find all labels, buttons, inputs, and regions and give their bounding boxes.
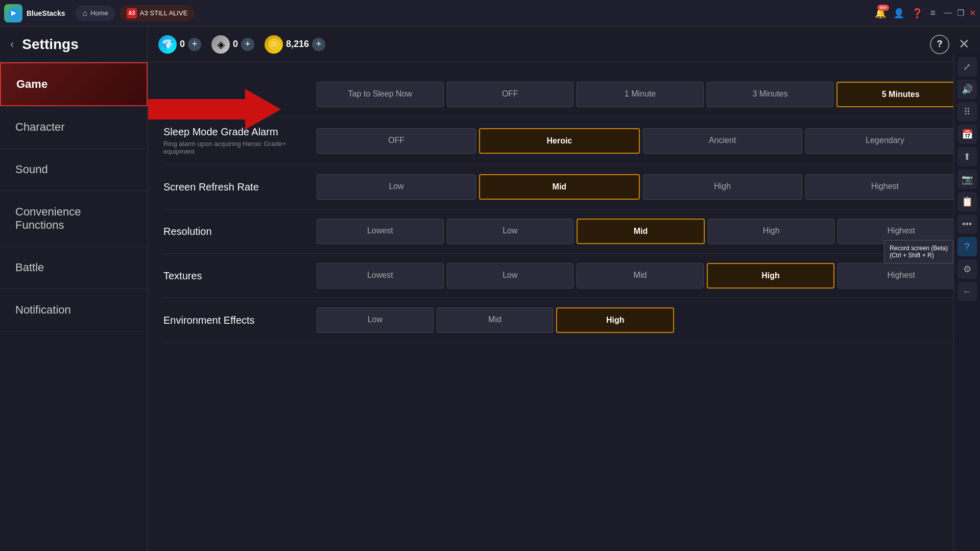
fullscreen-btn[interactable]: ⤢	[958, 57, 977, 77]
right-sidebar: ⤢ 🔊 ⠿ 📅 ⬆ 📷 📋 ••• ? ⚙ ←	[953, 53, 980, 551]
home-icon: ⌂	[82, 9, 87, 18]
textures-row: Textures Lowest Low Mid High Highest	[163, 254, 965, 298]
resolution-options: Lowest Low Mid High Highest	[317, 219, 965, 244]
record-btn[interactable]: 📋	[958, 192, 977, 211]
bluestacks-topbar: BlueStacks ⌂ Home A3 A3 STILL ALIVE 🔔 99…	[0, 0, 980, 27]
volume-btn[interactable]: 🔊	[958, 80, 977, 99]
res-lowest-btn[interactable]: Lowest	[317, 219, 444, 244]
content-area: 💎 0 + ◈ 0 + 🪙 8,216 + ? ✕	[148, 27, 980, 551]
silver-value: 0	[233, 39, 238, 50]
env-high-btn[interactable]: High	[556, 307, 674, 333]
help-btn-top[interactable]: ❓	[912, 8, 923, 19]
refresh-mid-btn[interactable]: Mid	[479, 174, 639, 200]
tex-mid-btn[interactable]: Mid	[577, 263, 704, 289]
bluestacks-logo	[4, 4, 22, 22]
tex-high-btn[interactable]: High	[707, 263, 835, 289]
sleep-mode-sublabel: Ring alarm upon acquiring Heroic Grade+e…	[163, 140, 306, 155]
settings-content: Tap to Sleep Now OFF 1 Minute 3 Minutes …	[148, 62, 980, 551]
tex-lowest-btn[interactable]: Lowest	[317, 263, 444, 289]
sleep-now-btn[interactable]: Tap to Sleep Now	[317, 82, 444, 107]
help-side-btn[interactable]: ?	[958, 237, 977, 256]
sidebar-item-battle[interactable]: Battle	[0, 247, 148, 289]
sleep-mode-off-btn[interactable]: OFF	[317, 128, 476, 154]
refresh-low-btn[interactable]: Low	[317, 174, 476, 200]
gem-currency: 💎 0 +	[158, 35, 201, 54]
silver-currency: ◈ 0 +	[211, 35, 254, 54]
resolution-label: Resolution	[163, 226, 306, 237]
gold-icon: 🪙	[265, 35, 283, 54]
sidebar-item-convenience[interactable]: Convenience Functions	[0, 191, 148, 247]
sleep-mode-ancient-btn[interactable]: Ancient	[643, 128, 802, 154]
help-button[interactable]: ?	[930, 35, 949, 54]
add-gem-btn[interactable]: +	[188, 38, 201, 51]
notification-btn[interactable]: 🔔 99+	[875, 8, 886, 19]
settings-side-btn[interactable]: ⚙	[958, 259, 977, 279]
window-controls: — ❐ ✕	[944, 8, 976, 18]
screenshot-btn[interactable]: 📷	[958, 170, 977, 189]
content-topbar: 💎 0 + ◈ 0 + 🪙 8,216 + ? ✕	[148, 27, 980, 62]
close-btn[interactable]: ✕	[969, 8, 976, 18]
textures-options: Lowest Low Mid High Highest	[317, 263, 965, 289]
silver-icon: ◈	[211, 35, 230, 54]
gem-icon: 💎	[158, 35, 177, 54]
gem-value: 0	[180, 39, 185, 50]
gold-value: 8,216	[286, 39, 309, 50]
macro-btn[interactable]: 📅	[958, 125, 977, 144]
refresh-highest-btn[interactable]: Highest	[805, 174, 965, 200]
tab-game[interactable]: A3 A3 STILL ALIVE	[119, 5, 195, 21]
tex-highest-btn[interactable]: Highest	[838, 263, 965, 289]
topbar-icons: 🔔 99+ 👤 ❓ ≡	[875, 8, 936, 19]
sleep-1min-btn[interactable]: 1 Minute	[577, 82, 704, 107]
settings-header: ‹ Settings	[0, 27, 148, 62]
minimize-btn[interactable]: —	[944, 8, 952, 18]
refresh-high-btn[interactable]: High	[643, 174, 802, 200]
account-btn[interactable]: 👤	[893, 8, 904, 19]
close-button[interactable]: ✕	[959, 36, 970, 52]
settings-title: Settings	[22, 36, 78, 53]
tex-low-btn[interactable]: Low	[447, 263, 574, 289]
sleep-mode-label: Sleep Mode Grade Alarm	[163, 126, 306, 138]
sleep-mode-legendary-btn[interactable]: Legendary	[805, 128, 965, 154]
menu-btn[interactable]: ≡	[930, 8, 936, 18]
env-low-btn[interactable]: Low	[317, 307, 434, 333]
environment-label: Environment Effects	[163, 315, 306, 326]
back-side-btn[interactable]: ←	[958, 282, 977, 301]
res-highest-btn[interactable]: Highest	[838, 219, 965, 244]
notification-badge: 99+	[877, 5, 889, 11]
sidebar-item-game[interactable]: Game	[0, 62, 148, 106]
sleep-mode-row: Sleep Mode Grade Alarm Ring alarm upon a…	[163, 117, 965, 165]
environment-options: Low Mid High	[317, 307, 674, 333]
sidebar-item-sound[interactable]: Sound	[0, 149, 148, 191]
sleep-3min-btn[interactable]: 3 Minutes	[707, 82, 834, 107]
sleep-off-btn[interactable]: OFF	[447, 82, 574, 107]
sleep-5min-btn[interactable]: 5 Minutes	[836, 82, 965, 107]
more-btn[interactable]: •••	[958, 214, 977, 234]
res-high-btn[interactable]: High	[708, 219, 835, 244]
game-icon: A3	[127, 8, 137, 18]
keyboard-btn[interactable]: ⠿	[958, 102, 977, 122]
gold-currency: 🪙 8,216 +	[265, 35, 325, 54]
tab-home[interactable]: ⌂ Home	[75, 6, 115, 21]
add-silver-btn[interactable]: +	[241, 38, 254, 51]
install-apk-btn[interactable]: ⬆	[958, 147, 977, 166]
environment-label-wrap: Environment Effects	[163, 315, 306, 326]
refresh-rate-options: Low Mid High Highest	[317, 174, 965, 200]
refresh-rate-label-wrap: Screen Refresh Rate	[163, 181, 306, 193]
back-button[interactable]: ‹	[10, 38, 14, 51]
sleep-timer-options: Tap to Sleep Now OFF 1 Minute 3 Minutes …	[317, 82, 965, 107]
res-low-btn[interactable]: Low	[447, 219, 574, 244]
res-mid-btn[interactable]: Mid	[577, 219, 705, 244]
environment-row: Environment Effects Low Mid High	[163, 298, 965, 343]
env-mid-btn[interactable]: Mid	[437, 307, 554, 333]
sidebar-item-character[interactable]: Character	[0, 106, 148, 149]
sleep-mode-label-wrap: Sleep Mode Grade Alarm Ring alarm upon a…	[163, 126, 306, 155]
sleep-mode-heroic-btn[interactable]: Heroic	[479, 128, 639, 154]
bluestacks-title: BlueStacks	[27, 9, 65, 17]
restore-btn[interactable]: ❐	[957, 8, 964, 18]
resolution-label-wrap: Resolution	[163, 226, 306, 237]
sidebar-item-notification[interactable]: Notification	[0, 289, 148, 331]
resolution-row: Resolution Lowest Low Mid High Highest	[163, 209, 965, 254]
refresh-rate-row: Screen Refresh Rate Low Mid High Highest	[163, 165, 965, 209]
textures-label: Textures	[163, 270, 306, 282]
add-gold-btn[interactable]: +	[312, 38, 325, 51]
